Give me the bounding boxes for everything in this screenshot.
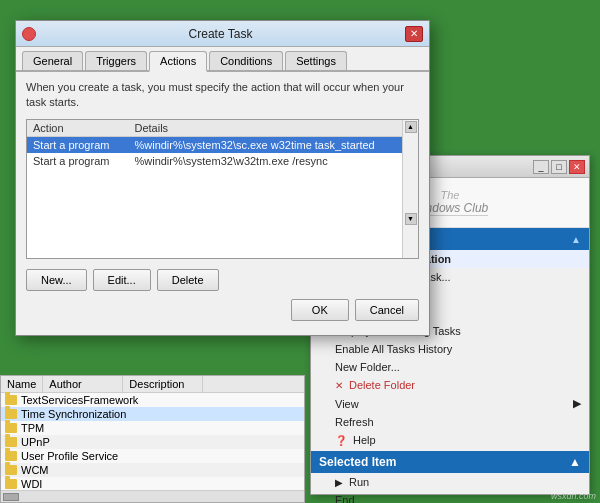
delete-button[interactable]: Delete <box>157 269 219 291</box>
list-item[interactable]: WDI <box>1 477 304 491</box>
bottom-list-panel: Name Author Description TextServicesFram… <box>0 375 305 503</box>
menu-label: Delete Folder <box>349 379 415 391</box>
action-buttons-row: New... Edit... Delete <box>26 269 419 291</box>
folder-icon <box>5 465 17 475</box>
scroll-thumb[interactable] <box>3 493 19 501</box>
list-col-author: Author <box>43 376 123 392</box>
list-item-name: UPnP <box>21 436 50 448</box>
list-item-name: User Profile Service <box>21 450 118 462</box>
watermark: wsxdn.com <box>551 491 596 501</box>
list-item[interactable]: WCM <box>1 463 304 477</box>
list-col-name: Name <box>1 376 43 392</box>
list-item-name: Time Synchronization <box>21 408 126 420</box>
table-scrollbar[interactable]: ▲ ▼ <box>402 120 418 258</box>
list-item[interactable]: TPM <box>1 421 304 435</box>
menu-label: End <box>335 494 355 503</box>
scroll-down-button[interactable]: ▼ <box>405 213 417 225</box>
dialog-close-button[interactable]: ✕ <box>405 26 423 42</box>
new-button[interactable]: New... <box>26 269 87 291</box>
list-item[interactable]: UPnP <box>1 435 304 449</box>
bg-minimize-button[interactable]: _ <box>533 160 549 174</box>
dialog-description: When you create a task, you must specify… <box>26 80 419 111</box>
folder-icon <box>5 451 17 461</box>
tab-settings[interactable]: Settings <box>285 51 347 70</box>
menu-label: New Folder... <box>335 361 400 373</box>
menu-label: Help <box>353 434 376 446</box>
list-item-name: WCM <box>21 464 49 476</box>
delete-icon: ✕ <box>335 380 343 391</box>
window-dot-icon <box>22 27 36 41</box>
list-item[interactable]: Time Synchronization <box>1 407 304 421</box>
table-row[interactable]: Start a program %windir%\system32\w32tm.… <box>27 153 418 169</box>
col-action: Action <box>27 120 128 137</box>
expand-icon[interactable]: ▲ <box>569 455 581 469</box>
run-icon: ▶ <box>335 477 343 488</box>
horizontal-scrollbar[interactable] <box>1 490 304 502</box>
folder-icon <box>5 479 17 489</box>
help-icon: ❓ <box>335 435 347 446</box>
folder-icon <box>5 423 17 433</box>
dialog-titlebar: Create Task ✕ <box>16 21 429 47</box>
folder-icon <box>5 395 17 405</box>
tab-bar: General Triggers Actions Conditions Sett… <box>16 47 429 72</box>
scroll-up-button[interactable]: ▲ <box>405 121 417 133</box>
tab-general[interactable]: General <box>22 51 83 70</box>
menu-item-help[interactable]: ❓ Help <box>311 431 589 449</box>
list-header: Name Author Description <box>1 376 304 393</box>
list-item[interactable]: User Profile Service <box>1 449 304 463</box>
ok-button[interactable]: OK <box>291 299 349 321</box>
menu-item-enable-history[interactable]: Enable All Tasks History <box>311 340 589 358</box>
actions-table: Action Details Start a program %windir%\… <box>27 120 418 169</box>
dialog-title: Create Task <box>36 27 405 41</box>
menu-label: Enable All Tasks History <box>335 343 452 355</box>
menu-item-refresh[interactable]: Refresh <box>311 413 589 431</box>
ok-cancel-row: OK Cancel <box>26 299 419 327</box>
selected-label: Selected Item <box>319 455 396 469</box>
list-item-name: WDI <box>21 478 42 490</box>
menu-item-new-folder[interactable]: New Folder... <box>311 358 589 376</box>
selected-item-header: Selected Item ▲ <box>311 451 589 473</box>
tab-conditions[interactable]: Conditions <box>209 51 283 70</box>
arrow-icon: ▶ <box>573 397 581 410</box>
cell-action: Start a program <box>27 153 128 169</box>
folder-icon <box>5 409 17 419</box>
tab-actions[interactable]: Actions <box>149 51 207 72</box>
menu-item-run[interactable]: ▶ Run <box>311 473 589 491</box>
col-details: Details <box>128 120 418 137</box>
bg-maximize-button[interactable]: □ <box>551 160 567 174</box>
bg-close-button[interactable]: ✕ <box>569 160 585 174</box>
menu-item-delete-folder[interactable]: ✕ Delete Folder <box>311 376 589 394</box>
list-col-desc: Description <box>123 376 203 392</box>
list-item[interactable]: TextServicesFramework <box>1 393 304 407</box>
dialog-body: When you create a task, you must specify… <box>16 72 429 335</box>
menu-item-end[interactable]: End <box>311 491 589 503</box>
folder-icon <box>5 437 17 447</box>
cell-details: %windir%\system32\sc.exe w32time task_st… <box>128 136 418 153</box>
cancel-button[interactable]: Cancel <box>355 299 419 321</box>
expand-icon[interactable]: ▲ <box>571 234 581 245</box>
create-task-dialog: Create Task ✕ General Triggers Actions C… <box>15 20 430 336</box>
menu-label: Run <box>349 476 369 488</box>
list-item-name: TextServicesFramework <box>21 394 138 406</box>
menu-label: Refresh <box>335 416 374 428</box>
table-row[interactable]: Start a program %windir%\system32\sc.exe… <box>27 136 418 153</box>
tab-triggers[interactable]: Triggers <box>85 51 147 70</box>
edit-button[interactable]: Edit... <box>93 269 151 291</box>
cell-action: Start a program <box>27 136 128 153</box>
list-item-name: TPM <box>21 422 44 434</box>
menu-label: View <box>335 398 359 410</box>
cell-details: %windir%\system32\w32tm.exe /resync <box>128 153 418 169</box>
menu-item-view[interactable]: View ▶ <box>311 394 589 413</box>
actions-table-container: Action Details Start a program %windir%\… <box>26 119 419 259</box>
